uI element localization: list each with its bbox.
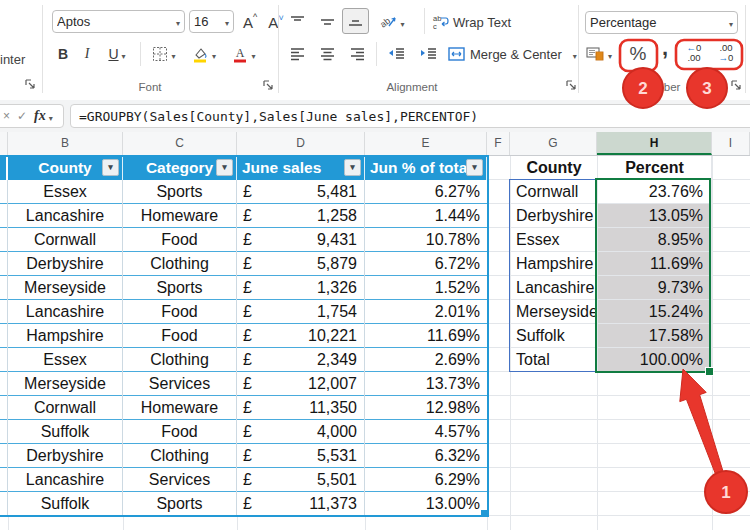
county-cell[interactable]: Merseyside [8, 276, 123, 300]
italic-button[interactable]: I [76, 42, 98, 66]
pct-of-total-cell[interactable]: 13.00% [365, 492, 487, 516]
percent-style-button[interactable]: % [622, 42, 654, 66]
insert-function-icon[interactable]: fx [34, 108, 46, 124]
stub-cell[interactable] [0, 372, 8, 396]
column-header-stub[interactable] [0, 132, 8, 155]
pct-of-total-cell[interactable]: 2.69% [365, 348, 487, 372]
increase-indent-button[interactable] [414, 42, 442, 66]
number-format-combo[interactable]: Percentage [585, 11, 738, 34]
alignment-dialog-launcher-icon[interactable] [565, 79, 577, 91]
result-header-cell[interactable]: County [510, 156, 597, 180]
underline-button[interactable]: U [100, 42, 134, 66]
column-header-I[interactable]: I [712, 132, 750, 155]
active-cell[interactable]: 23.76% [597, 180, 712, 204]
stub-cell[interactable] [0, 180, 8, 204]
header-cell[interactable] [0, 156, 8, 180]
stub-cell[interactable] [0, 396, 8, 420]
column-header-E[interactable]: E [365, 132, 487, 155]
column-header-G[interactable]: G [510, 132, 597, 155]
borders-button[interactable] [146, 42, 182, 66]
county-cell[interactable]: Suffolk [8, 420, 123, 444]
orientation-button[interactable]: ab [372, 10, 412, 34]
category-cell[interactable]: Food [123, 228, 237, 252]
category-cell[interactable]: Services [123, 372, 237, 396]
county-cell[interactable]: Essex [8, 180, 123, 204]
june-sales-cell[interactable]: 1,326£ [237, 276, 365, 300]
merge-center-button[interactable]: Merge & Center [448, 42, 578, 66]
result-percent-cell[interactable]: 11.69% [597, 252, 712, 276]
stub-cell[interactable] [0, 492, 8, 516]
category-cell[interactable]: Sports [123, 492, 237, 516]
category-cell[interactable]: Sports [123, 180, 237, 204]
bottom-align-button[interactable] [342, 8, 369, 34]
county-cell[interactable]: Lancashire [8, 300, 123, 324]
number-dialog-launcher-icon[interactable] [730, 79, 742, 91]
pct-of-total-cell[interactable]: 6.72% [365, 252, 487, 276]
result-header-cell[interactable]: Percent [597, 156, 712, 180]
june-sales-cell[interactable]: 9,431£ [237, 228, 365, 252]
june-sales-cell[interactable]: 11,350£ [237, 396, 365, 420]
align-right-button[interactable] [344, 42, 370, 66]
june-sales-cell[interactable]: 12,007£ [237, 372, 365, 396]
column-header-C[interactable]: C [123, 132, 237, 155]
filter-dropdown-button[interactable] [344, 159, 361, 176]
stub-cell[interactable] [0, 444, 8, 468]
category-cell[interactable]: Clothing [123, 348, 237, 372]
june-sales-cell[interactable]: 5,481£ [237, 180, 365, 204]
chevron-down-icon[interactable] [168, 47, 175, 62]
stub-cell[interactable] [0, 324, 8, 348]
june-sales-cell[interactable]: 4,000£ [237, 420, 365, 444]
pct-of-total-cell[interactable]: 11.69% [365, 324, 487, 348]
june-sales-cell[interactable]: 10,221£ [237, 324, 365, 348]
wrap-text-button[interactable]: ab c Wrap Text [432, 10, 516, 34]
pct-of-total-cell[interactable]: 12.98% [365, 396, 487, 420]
county-cell[interactable]: Cornwall [8, 396, 123, 420]
category-cell[interactable]: Sports [123, 276, 237, 300]
category-cell[interactable]: Homeware [123, 396, 237, 420]
category-cell[interactable]: Food [123, 420, 237, 444]
column-header-F[interactable]: F [487, 132, 510, 155]
filter-dropdown-button[interactable] [216, 159, 233, 176]
june-sales-cell[interactable]: 1,754£ [237, 300, 365, 324]
column-header-B[interactable]: B [8, 132, 123, 155]
category-cell[interactable]: Homeware [123, 204, 237, 228]
county-cell[interactable]: Essex [8, 348, 123, 372]
stub-cell[interactable] [0, 228, 8, 252]
category-cell[interactable]: Clothing [123, 252, 237, 276]
result-county-cell[interactable]: Cornwall [510, 180, 597, 204]
stub-cell[interactable] [0, 276, 8, 300]
chevron-down-icon[interactable] [570, 47, 577, 62]
county-cell[interactable]: Merseyside [8, 372, 123, 396]
pct-of-total-cell[interactable]: 4.57% [365, 420, 487, 444]
county-cell[interactable]: Derbyshire [8, 252, 123, 276]
font-size-combo[interactable]: 16 [189, 10, 234, 33]
result-percent-cell[interactable]: 17.58% [597, 324, 712, 348]
top-align-button[interactable] [284, 10, 310, 34]
county-cell[interactable]: Suffolk [8, 492, 123, 516]
pct-of-total-cell[interactable]: 1.44% [365, 204, 487, 228]
middle-align-button[interactable] [314, 10, 340, 34]
result-county-cell[interactable]: Lancashire [510, 276, 597, 300]
county-cell[interactable]: Lancashire [8, 468, 123, 492]
align-center-button[interactable] [314, 42, 340, 66]
june-sales-cell[interactable]: 1,258£ [237, 204, 365, 228]
chevron-down-icon[interactable] [46, 107, 53, 125]
bold-button[interactable]: B [52, 42, 74, 66]
pct-of-total-cell[interactable]: 6.29% [365, 468, 487, 492]
result-percent-cell[interactable]: 9.73% [597, 276, 712, 300]
category-cell[interactable]: Clothing [123, 444, 237, 468]
font-dialog-launcher-icon[interactable] [262, 79, 274, 91]
filter-dropdown-button[interactable] [102, 159, 119, 176]
county-cell[interactable]: Cornwall [8, 228, 123, 252]
result-county-cell[interactable]: Total [510, 348, 597, 372]
june-sales-cell[interactable]: 5,879£ [237, 252, 365, 276]
pct-of-total-cell[interactable]: 10.78% [365, 228, 487, 252]
comma-style-button[interactable]: , [657, 36, 673, 60]
june-sales-cell[interactable]: 5,501£ [237, 468, 365, 492]
column-header-D[interactable]: D [237, 132, 365, 155]
formula-input[interactable]: =GROUPBY(Sales[County],Sales[June sales]… [70, 104, 750, 128]
chevron-down-icon[interactable] [397, 15, 404, 30]
county-cell[interactable]: Hampshire [8, 324, 123, 348]
format-painter-label-fragment[interactable]: inter [0, 52, 25, 67]
pct-of-total-cell[interactable]: 6.32% [365, 444, 487, 468]
